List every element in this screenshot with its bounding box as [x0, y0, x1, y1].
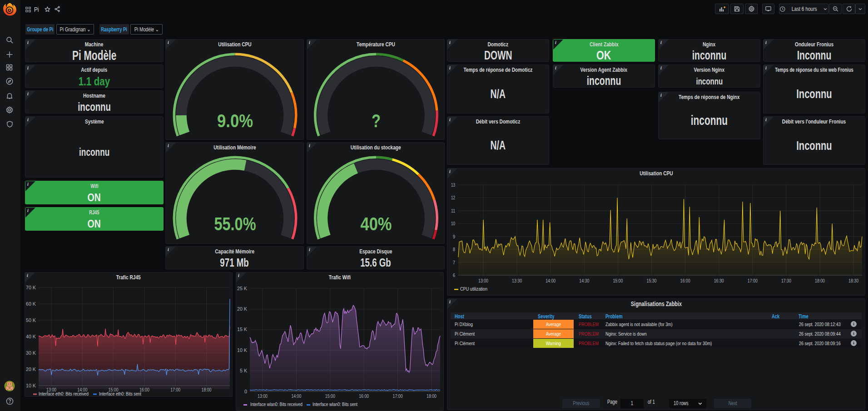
svg-text:Interface eth0: Bits received: Interface eth0: Bits received: [39, 391, 89, 396]
svg-text:10: 10: [451, 221, 455, 226]
svg-text:10 K: 10 K: [237, 347, 248, 353]
svg-text:70 K: 70 K: [26, 285, 36, 290]
svg-text:20 K: 20 K: [237, 306, 248, 312]
svg-text:60 K: 60 K: [26, 301, 36, 307]
svg-text:8: 8: [453, 247, 455, 252]
svg-text:40%: 40%: [361, 214, 392, 234]
svg-text:17:30: 17:30: [781, 278, 791, 283]
svg-text:9: 9: [453, 234, 455, 239]
svg-text:25 K: 25 K: [237, 286, 248, 291]
svg-text:18:00: 18:00: [815, 278, 825, 283]
svg-text:10 K: 10 K: [26, 383, 36, 388]
svg-text:12: 12: [451, 195, 455, 200]
svg-text:18:00: 18:00: [427, 393, 436, 399]
svg-text:7: 7: [453, 260, 455, 265]
svg-text:16:00: 16:00: [680, 278, 690, 283]
svg-text:Interface wlan0: Bits received: Interface wlan0: Bits received: [250, 402, 303, 407]
svg-text:30 K: 30 K: [26, 350, 36, 356]
svg-text:17:00: 17:00: [748, 278, 758, 283]
svg-text:Interface wlan0: Bits sent: Interface wlan0: Bits sent: [312, 402, 357, 407]
svg-text:16:00: 16:00: [359, 393, 369, 399]
svg-text:14:30: 14:30: [579, 278, 589, 283]
svg-text:13:00: 13:00: [478, 278, 488, 283]
svg-text:50 K: 50 K: [26, 317, 36, 323]
svg-text:6: 6: [453, 272, 455, 278]
svg-text:?: ?: [372, 111, 381, 131]
svg-text:15:00: 15:00: [325, 393, 335, 399]
svg-text:14:00: 14:00: [546, 278, 556, 283]
svg-text:13:00: 13:00: [258, 393, 268, 399]
svg-text:17:00: 17:00: [393, 393, 403, 399]
svg-text:13: 13: [451, 182, 455, 188]
svg-text:15:00: 15:00: [613, 278, 623, 283]
svg-text:9.0%: 9.0%: [217, 111, 253, 131]
svg-text:0: 0: [244, 389, 247, 394]
svg-text:15 K: 15 K: [237, 327, 248, 332]
svg-text:16:30: 16:30: [714, 278, 724, 283]
svg-text:Interface eth0: Bits sent: Interface eth0: Bits sent: [99, 391, 141, 396]
svg-text:5 K: 5 K: [240, 368, 248, 373]
svg-text:40 K: 40 K: [26, 334, 36, 339]
svg-text:11: 11: [451, 208, 455, 213]
svg-text:18:30: 18:30: [848, 278, 858, 283]
svg-text:14:00: 14:00: [291, 393, 301, 399]
svg-text:13:30: 13:30: [512, 278, 522, 283]
svg-text:CPU utilization: CPU utilization: [460, 287, 487, 292]
svg-text:15:30: 15:30: [647, 278, 657, 283]
svg-text:55.0%: 55.0%: [214, 214, 256, 234]
svg-text:20 K: 20 K: [26, 366, 36, 372]
